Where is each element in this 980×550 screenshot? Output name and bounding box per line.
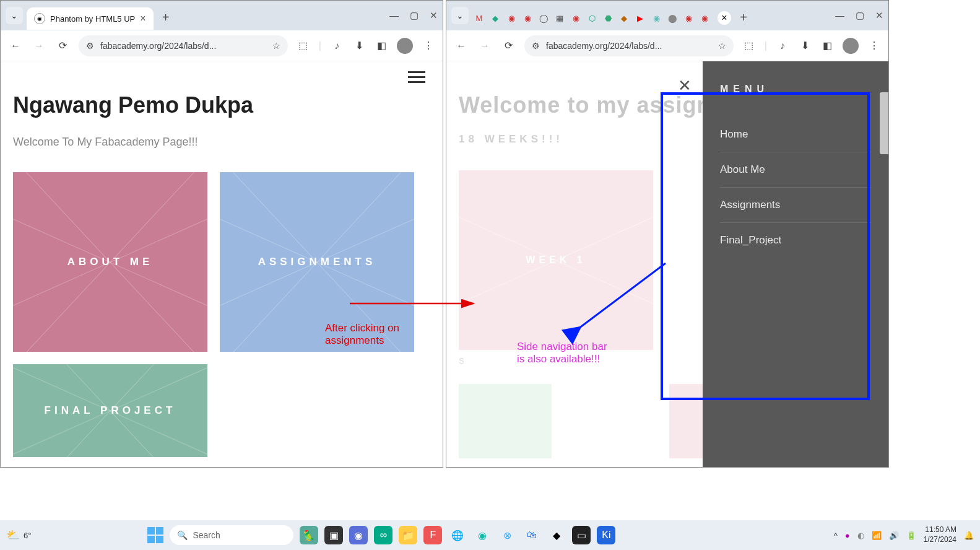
profile-avatar[interactable] xyxy=(843,38,859,54)
menu-item-final-project[interactable]: Final_Project xyxy=(720,223,871,258)
pinned-tabs-strip: M ◆ ◉ ◉ ◯ ▦ ◉ ⬡ ⬣ ◆ ▶ ◉ ⬤ ◉ ◉ xyxy=(472,11,711,25)
wifi-icon[interactable]: 📶 xyxy=(872,531,882,540)
bookmark-star-icon[interactable]: ☆ xyxy=(272,41,280,51)
profile-avatar[interactable] xyxy=(397,38,413,54)
system-tray: ^ ● ◐ 📶 🔊 🔋 11:50 AM 1/27/2024 🔔 xyxy=(834,525,974,544)
maximize-icon[interactable]: ▢ xyxy=(410,10,418,21)
tray-icon[interactable]: ◐ xyxy=(857,531,864,540)
browser-window-right: ⌄ M ◆ ◉ ◉ ◯ ▦ ◉ ⬡ ⬣ ◆ ▶ ◉ ⬤ ◉ ◉ × + — ▢ … xyxy=(446,0,889,468)
new-tab-button[interactable]: + xyxy=(735,9,752,26)
more-menu-icon[interactable]: ⋮ xyxy=(422,39,435,53)
new-tab-button[interactable]: + xyxy=(157,9,175,26)
battery-icon[interactable]: 🔋 xyxy=(906,531,916,540)
minimize-icon[interactable]: — xyxy=(389,10,399,21)
terminal-icon[interactable]: ▭ xyxy=(572,526,591,544)
taskbar-clock[interactable]: 11:50 AM 1/27/2024 xyxy=(924,525,956,544)
kicad-icon[interactable]: Ki xyxy=(597,526,615,544)
reload-button[interactable]: ⟳ xyxy=(55,38,70,53)
store-icon[interactable]: 🛍 xyxy=(523,526,541,544)
pinned-tab-icon[interactable]: ▦ xyxy=(553,11,566,25)
pinned-tab-icon[interactable]: ◉ xyxy=(569,11,583,25)
menu-title: MENU xyxy=(720,84,871,95)
active-tab-close[interactable]: × xyxy=(718,11,731,25)
clock-time: 11:50 AM xyxy=(924,525,956,535)
pinned-tab-icon[interactable]: ⬡ xyxy=(585,11,599,25)
downloads-icon[interactable]: ⬇ xyxy=(798,39,812,53)
media-icon[interactable]: ♪ xyxy=(776,39,789,53)
menu-item-home[interactable]: Home xyxy=(720,117,871,152)
pinned-tab-icon[interactable]: ◉ xyxy=(649,11,663,25)
browser-window-left: ⌄ ◉ Phantom by HTML5 UP × + — ▢ ✕ ← → ⟳ … xyxy=(0,0,443,468)
close-window-icon[interactable]: ✕ xyxy=(430,10,438,21)
taskbar-search[interactable]: 🔍 Search xyxy=(170,525,293,545)
menu-item-about[interactable]: About Me xyxy=(720,152,871,188)
media-icon[interactable]: ♪ xyxy=(330,39,344,53)
pinned-tab-icon[interactable]: ◉ xyxy=(682,11,695,25)
pinned-tab-icon[interactable]: ◯ xyxy=(537,11,550,25)
file-explorer-icon[interactable]: 📁 xyxy=(399,526,417,544)
taskbar-app-icon[interactable]: ◉ xyxy=(349,526,368,544)
reload-button[interactable]: ⟳ xyxy=(501,38,516,53)
downloads-icon[interactable]: ⬇ xyxy=(352,39,366,53)
tile-final-project[interactable]: FINAL PROJECT xyxy=(13,364,207,457)
pinned-tab-icon[interactable]: ◉ xyxy=(521,11,534,25)
youtube-icon[interactable]: ▶ xyxy=(633,11,647,25)
menu-item-assignments[interactable]: Assignments xyxy=(720,188,871,223)
page-title: Ngawang Pemo Dukpa xyxy=(13,92,430,118)
maximize-icon[interactable]: ▢ xyxy=(856,10,864,21)
close-nav-icon[interactable]: ✕ xyxy=(678,76,692,95)
taskbar-app-icon[interactable]: ◆ xyxy=(547,526,566,544)
close-window-icon[interactable]: ✕ xyxy=(875,10,883,21)
hamburger-menu-icon[interactable] xyxy=(408,71,425,83)
clock-date: 1/27/2024 xyxy=(924,535,956,545)
tray-icon[interactable]: ● xyxy=(845,531,850,540)
tile-week1[interactable]: WEEK 1 xyxy=(459,170,653,350)
search-icon: 🔍 xyxy=(177,530,188,540)
vscode-icon[interactable]: ⊗ xyxy=(498,526,516,544)
minimize-icon[interactable]: — xyxy=(835,10,844,21)
arduino-icon[interactable]: ∞ xyxy=(374,526,392,544)
site-settings-icon[interactable]: ⚙ xyxy=(86,41,94,51)
start-button[interactable] xyxy=(147,527,163,543)
pinned-tab-icon[interactable]: ⬣ xyxy=(601,11,615,25)
bookmark-star-icon[interactable]: ☆ xyxy=(718,41,726,51)
weather-widget[interactable]: ⛅ 6° xyxy=(6,528,31,542)
tile-about-me[interactable]: ABOUT ME xyxy=(13,172,207,352)
sidepanel-icon[interactable]: ◧ xyxy=(820,39,834,53)
pinned-tab-icon[interactable]: ◆ xyxy=(488,11,502,25)
extensions-icon[interactable]: ⬚ xyxy=(742,39,756,53)
tab-search-button[interactable]: ⌄ xyxy=(451,7,469,24)
tile-placeholder[interactable] xyxy=(459,384,552,458)
volume-icon[interactable]: 🔊 xyxy=(889,531,899,540)
forward-button[interactable]: → xyxy=(32,38,46,53)
tab-close-icon[interactable]: × xyxy=(140,13,145,24)
pinned-tab-icon[interactable]: ◉ xyxy=(505,11,518,25)
address-bar[interactable]: ⚙ fabacademy.org/2024/labs/d... ☆ xyxy=(524,35,734,56)
pinned-tab-icon[interactable]: ◉ xyxy=(698,11,711,25)
more-menu-icon[interactable]: ⋮ xyxy=(867,39,881,53)
address-bar[interactable]: ⚙ fabacademy.org/2024/labs/d... ☆ xyxy=(79,35,288,56)
sidepanel-icon[interactable]: ◧ xyxy=(375,39,388,53)
forward-button[interactable]: → xyxy=(477,38,492,53)
notifications-icon[interactable]: 🔔 xyxy=(964,531,974,540)
windows-taskbar: ⛅ 6° 🔍 Search 🦜 ▣ ◉ ∞ 📁 F 🌐 ◉ ⊗ 🛍 ◆ ▭ Ki… xyxy=(0,520,980,550)
tray-overflow-icon[interactable]: ^ xyxy=(834,531,838,540)
gmail-icon[interactable]: M xyxy=(472,11,486,25)
back-button[interactable]: ← xyxy=(8,38,23,53)
url-text: fabacademy.org/2024/labs/d... xyxy=(546,41,712,51)
site-settings-icon[interactable]: ⚙ xyxy=(532,41,540,51)
scrollbar[interactable] xyxy=(880,92,888,154)
edge-icon[interactable]: ◉ xyxy=(473,526,492,544)
tab-search-button[interactable]: ⌄ xyxy=(6,7,23,24)
extensions-icon[interactable]: ⬚ xyxy=(297,39,310,53)
chrome-icon[interactable]: 🌐 xyxy=(448,526,467,544)
tile-assignments[interactable]: ASSIGNMENTS xyxy=(220,172,414,352)
back-button[interactable]: ← xyxy=(454,38,469,53)
pinned-tab-icon[interactable]: ◆ xyxy=(617,11,631,25)
page-subtitle: Welcome To My Fabacademy Page!!! xyxy=(13,136,430,149)
pinned-tab-icon[interactable]: ⬤ xyxy=(666,11,679,25)
taskbar-app-icon[interactable]: 🦜 xyxy=(300,526,318,544)
taskbar-app-icon[interactable]: ▣ xyxy=(324,526,343,544)
taskbar-app-icon[interactable]: F xyxy=(423,526,442,544)
browser-tab[interactable]: ◉ Phantom by HTML5 UP × xyxy=(27,7,154,30)
